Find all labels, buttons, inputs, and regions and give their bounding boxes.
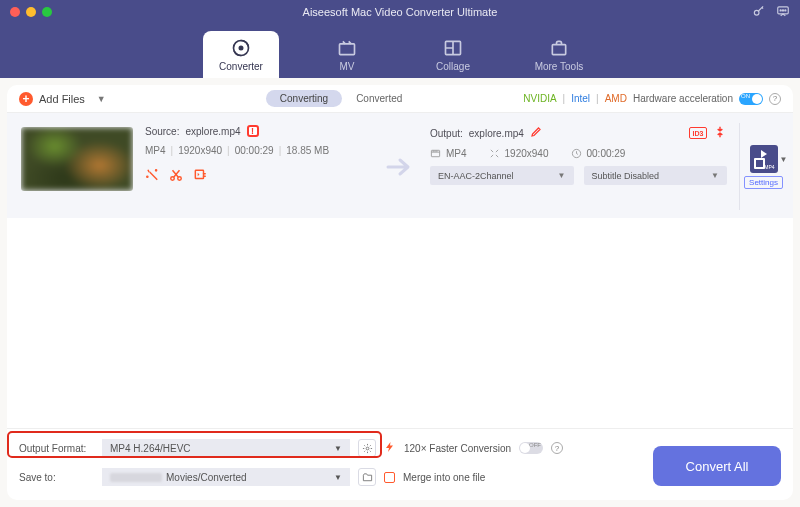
tab-mv[interactable]: MV: [309, 31, 385, 78]
svg-point-3: [782, 9, 783, 10]
file-item: Source: explore.mp4 ! MP4 | 1920x940 | 0…: [7, 113, 793, 218]
toolbar: + Add Files ▼ Converting Converted NVIDI…: [7, 85, 793, 113]
faster-conversion-toggle[interactable]: [519, 442, 543, 454]
output-resolution: 1920x940: [505, 148, 549, 159]
svg-point-10: [156, 170, 157, 171]
merge-checkbox[interactable]: [384, 472, 395, 483]
tab-mv-label: MV: [340, 61, 355, 72]
video-thumbnail[interactable]: [21, 127, 133, 191]
save-to-label: Save to:: [19, 472, 94, 483]
output-settings-icon[interactable]: [358, 439, 376, 457]
window-title: Aiseesoft Mac Video Converter Ultimate: [303, 6, 498, 18]
rename-icon[interactable]: [530, 126, 542, 140]
compress-icon[interactable]: [713, 125, 727, 141]
save-to-value: Movies/Converted: [166, 472, 247, 483]
hw-amd: AMD: [605, 93, 627, 104]
chevron-down-icon: ▼: [711, 171, 719, 180]
subtitle-value: Subtitle Disabled: [592, 171, 660, 181]
output-format-select[interactable]: MP4 H.264/HEVC ▼: [102, 439, 350, 457]
source-filename: explore.mp4: [185, 126, 240, 137]
converted-tab[interactable]: Converted: [342, 90, 416, 107]
svg-point-6: [239, 46, 242, 49]
id3-icon[interactable]: ID3: [689, 127, 707, 139]
chevron-down-icon[interactable]: ▼: [780, 155, 788, 164]
tab-converter[interactable]: Converter: [203, 31, 279, 78]
svg-point-0: [754, 10, 759, 15]
svg-point-11: [147, 176, 148, 177]
chevron-down-icon: ▼: [334, 473, 342, 482]
key-icon[interactable]: [752, 4, 766, 20]
chevron-down-icon: ▼: [558, 171, 566, 180]
chevron-down-icon: ▼: [334, 444, 342, 453]
tab-converter-label: Converter: [219, 61, 263, 72]
main-nav: Converter MV Collage More Tools: [0, 23, 800, 78]
svg-point-4: [785, 9, 786, 10]
source-duration: 00:00:29: [235, 145, 274, 156]
tab-more-tools-label: More Tools: [535, 61, 584, 72]
window-close-button[interactable]: [10, 7, 20, 17]
output-filename: explore.mp4: [469, 128, 524, 139]
svg-point-2: [780, 9, 781, 10]
svg-point-17: [366, 447, 369, 450]
trim-icon[interactable]: [169, 168, 183, 184]
output-format-label: Output Format:: [19, 443, 94, 454]
source-size: 18.85 MB: [286, 145, 329, 156]
svg-rect-7: [340, 43, 355, 54]
add-files-button[interactable]: + Add Files ▼: [19, 92, 106, 106]
chevron-down-icon[interactable]: ▼: [97, 94, 106, 104]
window-maximize-button[interactable]: [42, 7, 52, 17]
svg-rect-9: [552, 44, 565, 54]
faster-conversion-label: 120× Faster Conversion: [404, 443, 511, 454]
arrow-icon: [382, 123, 418, 210]
audio-track-value: EN-AAC-2Channel: [438, 171, 514, 181]
output-format-value: MP4 H.264/HEVC: [110, 443, 191, 454]
file-list-empty: [7, 218, 793, 428]
audio-track-select[interactable]: EN-AAC-2Channel ▼: [430, 166, 574, 185]
source-label: Source:: [145, 126, 179, 137]
info-warn-icon[interactable]: !: [247, 125, 259, 137]
bolt-icon: [384, 440, 396, 457]
enhance-icon[interactable]: [193, 168, 207, 184]
open-folder-icon[interactable]: [358, 468, 376, 486]
output-label: Output:: [430, 128, 463, 139]
merge-label: Merge into one file: [403, 472, 485, 483]
help-icon[interactable]: ?: [551, 442, 563, 454]
save-to-select[interactable]: Movies/Converted ▼: [102, 468, 350, 486]
window-minimize-button[interactable]: [26, 7, 36, 17]
effects-icon[interactable]: [145, 168, 159, 184]
hw-accel-label: Hardware acceleration: [633, 93, 733, 104]
blurred-path-prefix: [110, 473, 162, 482]
help-icon[interactable]: ?: [769, 93, 781, 105]
tab-more-tools[interactable]: More Tools: [521, 31, 597, 78]
convert-all-button[interactable]: Convert All: [653, 446, 781, 486]
hw-nvidia: NVIDIA: [523, 93, 556, 104]
output-format: MP4: [446, 148, 467, 159]
tab-collage-label: Collage: [436, 61, 470, 72]
add-files-label: Add Files: [39, 93, 85, 105]
footer: Output Format: MP4 H.264/HEVC ▼ 120× Fas…: [7, 428, 793, 500]
source-format: MP4: [145, 145, 166, 156]
tab-collage[interactable]: Collage: [415, 31, 491, 78]
feedback-icon[interactable]: [776, 4, 790, 20]
converting-tab[interactable]: Converting: [266, 90, 342, 107]
window-controls: [10, 7, 52, 17]
source-resolution: 1920x940: [178, 145, 222, 156]
output-preset-button[interactable]: [750, 145, 778, 173]
titlebar: Aiseesoft Mac Video Converter Ultimate: [0, 0, 800, 23]
settings-button[interactable]: Settings: [744, 176, 783, 189]
plus-icon: +: [19, 92, 33, 106]
hw-intel: Intel: [571, 93, 590, 104]
subtitle-select[interactable]: Subtitle Disabled ▼: [584, 166, 728, 185]
output-duration: 00:00:29: [587, 148, 626, 159]
convert-all-label: Convert All: [686, 459, 749, 474]
hw-accel-toggle[interactable]: [739, 93, 763, 105]
